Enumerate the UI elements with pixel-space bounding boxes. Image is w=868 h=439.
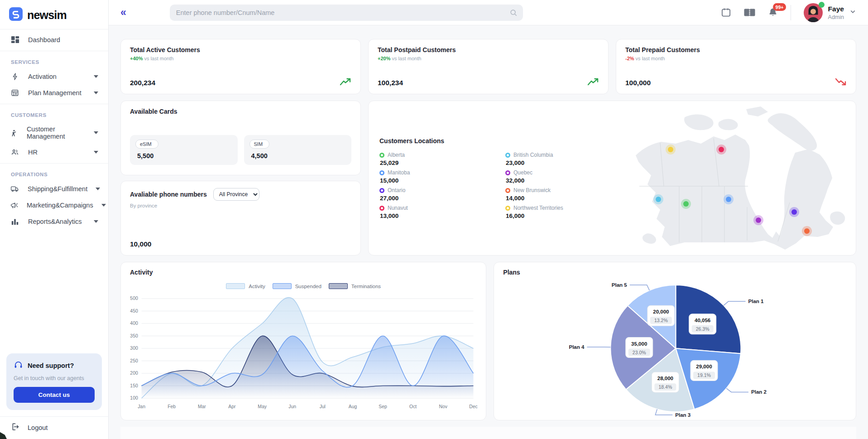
svg-text:13.2%: 13.2%	[654, 318, 668, 323]
logout-icon	[11, 423, 19, 432]
notification-badge: 99+	[773, 3, 786, 11]
pie-value-label: 35,000 23.0%	[626, 338, 653, 358]
svg-text:100: 100	[130, 396, 138, 400]
app-root: newsim Dashboard SERVICES Activation Pla…	[0, 0, 868, 439]
stat-value: 100,000	[625, 79, 651, 87]
mid-row: Available Cards eSIM 5,500 SIM 4,500	[120, 101, 856, 256]
sidebar-item-label: Marketing&Campaigns	[27, 202, 93, 209]
location-dot	[379, 206, 384, 211]
activity-legend: ActivitySuspendedTerminations	[121, 283, 486, 289]
location-item-nunavut: Nunavut 13,000	[379, 205, 505, 219]
location-item-ontario: Ontario 27,000	[379, 187, 505, 202]
svg-text:40,056: 40,056	[695, 318, 710, 323]
stats-row: Total Active Customers +40% vs last mont…	[120, 39, 856, 94]
sidebar-item-dashboard[interactable]: Dashboard	[0, 31, 108, 48]
svg-text:200: 200	[130, 371, 138, 376]
sidebar-item-plan-management[interactable]: Plan Management	[0, 85, 108, 101]
pie-value-label: 20,000 13.2%	[647, 305, 675, 326]
stat-delta: -2% vs last month	[625, 56, 847, 61]
stat-title: Total Active Customers	[130, 46, 351, 53]
sidebar-spacer	[0, 232, 108, 353]
sim-subcard: SIM 4,500	[244, 135, 352, 165]
stat-value: 100,234	[378, 79, 403, 87]
location-dot	[379, 188, 384, 193]
sidebar-item-hr[interactable]: HR	[0, 144, 108, 160]
sidebar-item-customer-management[interactable]: Customer Management	[0, 121, 108, 144]
sidebar-item-label: Customer Management	[27, 125, 86, 140]
svg-text:Mar: Mar	[198, 404, 206, 409]
sidebar-item-label: Reports&Analytics	[28, 218, 82, 225]
online-status-dot	[819, 2, 825, 8]
caret-down-icon	[94, 220, 98, 223]
location-item-northwest-territories: Northwest Territories 16,000	[505, 205, 631, 219]
svg-text:450: 450	[130, 309, 138, 314]
pie-value-label: 40,056 26.3%	[689, 314, 716, 334]
plans-title: Plans	[503, 269, 847, 276]
stat-title: Total Postpaid Customers	[378, 46, 599, 53]
shipping-icon	[10, 185, 19, 193]
phone-numbers-value: 10,000	[130, 240, 151, 248]
brand-name: newsim	[27, 9, 67, 22]
location-item-new-brunswick: New Brunswick 14,000	[505, 187, 631, 202]
support-card: Need support? Get in touch with our agen…	[6, 353, 102, 410]
svg-text:400: 400	[130, 321, 138, 326]
legend-item-activity[interactable]: Activity	[226, 283, 265, 289]
brand-logo: newsim	[0, 0, 108, 29]
sidebar-item-shipping-fulfillment[interactable]: Shipping&Fulfillment	[0, 181, 108, 197]
contact-us-button[interactable]: Contact us	[14, 387, 95, 403]
svg-text:Aug: Aug	[349, 404, 357, 409]
svg-text:150: 150	[130, 383, 138, 388]
location-name: New Brunswick	[513, 187, 551, 193]
canada-map	[617, 102, 854, 254]
sidebar-item-activation[interactable]: Activation	[0, 68, 108, 85]
sidebar-item-reports-analytics[interactable]: Reports&Analytics	[0, 213, 108, 230]
user-menu[interactable]: Faye Admin	[804, 3, 856, 22]
location-value: 15,000	[380, 177, 505, 184]
sidebar-section-services: SERVICES Activation Plan Management	[0, 51, 108, 104]
sim-card-icon[interactable]	[744, 8, 755, 17]
svg-text:Dec: Dec	[469, 404, 477, 409]
phone-numbers-subtitle: By province	[130, 203, 351, 208]
map-dot-alberta	[681, 199, 691, 209]
svg-text:23.0%: 23.0%	[633, 350, 646, 355]
phone-numbers-title: Avaliable phone numbers	[130, 191, 207, 198]
sidebar-collapse-button[interactable]: «	[120, 7, 126, 18]
svg-text:Oct: Oct	[409, 404, 417, 409]
map-dot-british-columbia	[653, 194, 663, 204]
notifications-bell-icon[interactable]: 99+	[768, 7, 778, 18]
marketing-icon	[10, 201, 19, 209]
logout-button[interactable]: Logout	[0, 416, 108, 439]
svg-text:Plan 4: Plan 4	[569, 344, 585, 350]
svg-text:250: 250	[130, 358, 138, 363]
sidebar: newsim Dashboard SERVICES Activation Pla…	[0, 0, 109, 439]
location-name: Manitoba	[388, 169, 410, 176]
svg-text:Jun: Jun	[288, 404, 296, 409]
location-value: 32,000	[506, 177, 631, 184]
stat-card-2: Total Postpaid Customers +20% vs last mo…	[368, 39, 609, 94]
sidebar-item-marketing-campaigns[interactable]: Marketing&Campaigns	[0, 197, 108, 213]
location-item-quebec: Quebec 32,000	[505, 169, 631, 184]
sidebar-item-label: Plan Management	[28, 89, 82, 96]
legend-item-terminations[interactable]: Terminations	[329, 283, 381, 289]
svg-text:Feb: Feb	[168, 404, 176, 409]
plans-chart-card: Plans Plan 1 40,056 26.3% Plan 2 29,000 …	[494, 262, 856, 420]
svg-text:20,000: 20,000	[653, 309, 669, 314]
phone-numbers-card: Avaliable phone numbers All Province By …	[120, 181, 361, 256]
caret-down-icon	[96, 188, 100, 190]
search-input[interactable]	[170, 5, 523, 21]
topbar-actions: 99+ Faye Admin	[721, 3, 856, 22]
svg-text:Sep: Sep	[379, 404, 387, 409]
province-filter-select[interactable]: All Province	[213, 188, 259, 201]
legend-item-suspended[interactable]: Suspended	[273, 283, 321, 289]
map-dot-new-brunswick	[802, 226, 812, 236]
location-value: 16,000	[506, 212, 631, 219]
support-title: Need support?	[28, 362, 74, 369]
esim-pill: eSIM	[135, 140, 158, 149]
plan-management-icon	[10, 89, 20, 97]
svg-text:26.3%: 26.3%	[696, 326, 710, 332]
dashboard-content: Total Active Customers +40% vs last mont…	[109, 25, 868, 439]
section-label: CUSTOMERS	[0, 106, 108, 121]
location-value: 14,000	[506, 195, 631, 202]
location-dot	[379, 170, 384, 175]
calendar-icon[interactable]	[721, 7, 731, 18]
